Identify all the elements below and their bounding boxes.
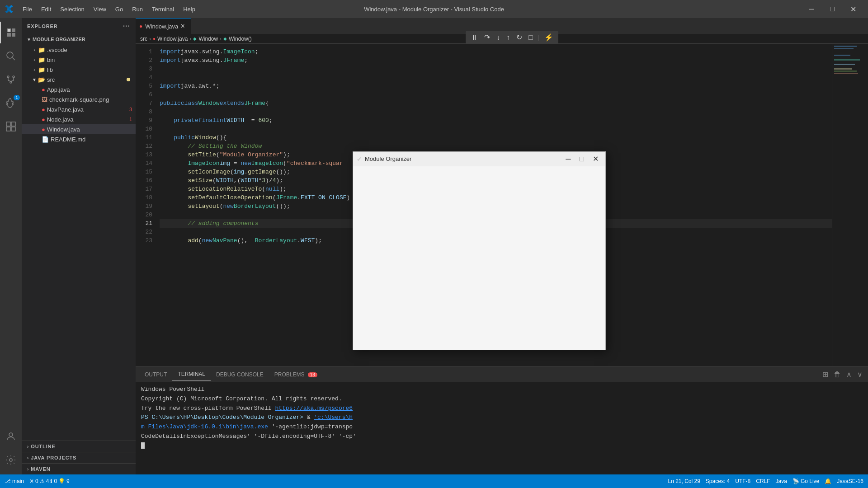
navpane-error-icon: ● bbox=[42, 106, 45, 113]
node-label: Node.java bbox=[47, 116, 74, 123]
tree-item-app[interactable]: ● App.java bbox=[22, 84, 136, 94]
terminal-panel: OUTPUT TERMINAL DEBUG CONSOLE PROBLEMS 1… bbox=[136, 366, 868, 474]
window-controls[interactable]: ─ □ ✕ bbox=[801, 0, 863, 18]
popup-minimize-button[interactable]: ─ bbox=[562, 153, 575, 165]
module-organizer-root[interactable]: ▼ MODULE ORGANIZER bbox=[22, 34, 136, 45]
menu-terminal[interactable]: Terminal bbox=[147, 4, 179, 14]
terminal-line-6: PS C:\Users\HP\Desktop\Codes\Module Orga… bbox=[141, 413, 863, 422]
explorer-label: EXPLORER bbox=[27, 23, 58, 29]
window-label: Window.java bbox=[47, 126, 80, 133]
encoding-status[interactable]: UTF-8 bbox=[735, 478, 750, 484]
maven-label: MAVEN bbox=[31, 466, 50, 472]
tree-item-bin[interactable]: › 📁 bin bbox=[22, 55, 136, 65]
bc-src[interactable]: src bbox=[140, 36, 147, 42]
tree-item-src[interactable]: ▼ 📂 src bbox=[22, 75, 136, 84]
new-file-icon[interactable]: ⋯ bbox=[123, 22, 130, 30]
split-terminal-icon[interactable]: ⊞ bbox=[821, 369, 830, 380]
eol-status[interactable]: CRLF bbox=[756, 478, 770, 484]
activity-account[interactable] bbox=[0, 426, 22, 447]
menu-selection[interactable]: Selection bbox=[56, 4, 89, 14]
lib-label: lib bbox=[47, 66, 53, 73]
activity-search[interactable] bbox=[0, 45, 22, 67]
popup-controls[interactable]: ─ □ ✕ bbox=[562, 153, 602, 165]
debug-step-out-button[interactable]: ↑ bbox=[504, 32, 512, 43]
maven-chevron-icon: › bbox=[27, 467, 29, 472]
code-line-7: public class Window extends JFrame{ bbox=[160, 99, 832, 108]
popup-maximize-button[interactable]: □ bbox=[576, 153, 588, 165]
activity-git[interactable] bbox=[0, 69, 22, 90]
activity-explorer[interactable] bbox=[0, 22, 22, 43]
tree-item-readme[interactable]: 📄 README.md bbox=[22, 134, 136, 144]
popup-titlebar: ✔ Module Organizer ─ □ ✕ bbox=[353, 152, 605, 166]
debug-stop-button[interactable]: □ bbox=[526, 32, 535, 43]
debug-hot-code-button[interactable]: ⚡ bbox=[542, 32, 556, 43]
activity-settings[interactable] bbox=[0, 449, 22, 471]
debug-restart-button[interactable]: ↻ bbox=[514, 32, 524, 43]
svg-point-14 bbox=[9, 433, 13, 436]
menu-file[interactable]: File bbox=[18, 4, 37, 14]
go-live-status[interactable]: 📡 Go Live bbox=[793, 478, 819, 484]
menu-go[interactable]: Go bbox=[111, 4, 127, 14]
java-version-label: JavaSE-16 bbox=[837, 478, 863, 484]
chevron-down-icon[interactable]: ∨ bbox=[855, 369, 864, 380]
cursor-position-status[interactable]: Ln 21, Col 29 bbox=[668, 478, 700, 484]
activity-debug[interactable]: 1 bbox=[0, 92, 22, 114]
sidebar-header: EXPLORER ⋯ bbox=[22, 18, 136, 34]
svg-line-9 bbox=[11, 80, 14, 81]
tree-item-checkmark[interactable]: 🖼 checkmark-square.png bbox=[22, 94, 136, 104]
menu-help[interactable]: Help bbox=[179, 4, 200, 14]
tree-item-navpane[interactable]: ● NavPane.java 3 bbox=[22, 104, 136, 114]
tab-window-java[interactable]: ● Window.java × bbox=[136, 18, 191, 34]
terminal-content[interactable]: Windows PowerShell Copyright (C) Microso… bbox=[136, 382, 868, 474]
output-tab[interactable]: OUTPUT bbox=[139, 369, 172, 380]
error-icon: ✕ bbox=[29, 478, 34, 484]
language-status[interactable]: Java bbox=[776, 478, 787, 484]
debug-step-into-button[interactable]: ↓ bbox=[494, 32, 502, 43]
chevron-up-icon[interactable]: ∧ bbox=[844, 369, 854, 380]
spaces-status[interactable]: Spaces: 4 bbox=[706, 478, 730, 484]
trash-icon[interactable]: 🗑 bbox=[832, 370, 843, 380]
tab-close-button[interactable]: × bbox=[178, 22, 187, 31]
bc-file[interactable]: Window.java bbox=[157, 36, 188, 42]
debug-console-tab[interactable]: DEBUG CONSOLE bbox=[211, 369, 269, 380]
bc-method[interactable]: Window() bbox=[229, 36, 252, 42]
activity-extensions[interactable] bbox=[0, 116, 22, 137]
bc-sep1: › bbox=[149, 36, 151, 42]
menu-view[interactable]: View bbox=[89, 4, 111, 14]
info-count: 0 bbox=[54, 478, 57, 484]
errors-status[interactable]: ✕ 0 ⚠ 4 ℹ 0 💡 9 bbox=[29, 478, 70, 484]
problems-tab[interactable]: PROBLEMS 13 bbox=[269, 369, 323, 380]
tree-item-lib[interactable]: › 📁 lib bbox=[22, 65, 136, 75]
git-branch-status[interactable]: ⎇ main bbox=[5, 478, 24, 484]
maximize-button[interactable]: □ bbox=[822, 0, 843, 18]
notifications-status[interactable]: 🔔 bbox=[825, 478, 831, 484]
md-icon: 📄 bbox=[42, 136, 49, 143]
debug-toolbar: ⏸ ↷ ↓ ↑ ↻ □ | ⚡ bbox=[466, 31, 558, 44]
minimize-button[interactable]: ─ bbox=[801, 0, 822, 18]
close-button[interactable]: ✕ bbox=[843, 0, 863, 18]
tree-item-node[interactable]: ● Node.java 1 bbox=[22, 114, 136, 124]
svg-point-5 bbox=[10, 81, 12, 83]
outline-chevron-icon: › bbox=[27, 444, 29, 449]
menu-run[interactable]: Run bbox=[127, 4, 147, 14]
popup-app-icon: ✔ bbox=[357, 155, 362, 163]
java-version-status[interactable]: JavaSE-16 bbox=[837, 478, 863, 484]
menu-edit[interactable]: Edit bbox=[37, 4, 56, 14]
code-line-2: import javax.swing.JFrame; bbox=[160, 56, 832, 65]
outline-section: › OUTLINE bbox=[22, 441, 136, 452]
window-title: Window.java - Module Organizer - Visual … bbox=[364, 6, 504, 13]
src-chevron-icon: ▼ bbox=[31, 77, 38, 82]
tree-item-window[interactable]: ● Window.java bbox=[22, 124, 136, 134]
java-projects-header[interactable]: › JAVA PROJECTS bbox=[22, 452, 136, 463]
outline-header[interactable]: › OUTLINE bbox=[22, 441, 136, 452]
debug-continue-button[interactable]: ⏸ bbox=[468, 32, 480, 43]
terminal-actions[interactable]: ⊞ 🗑 ∧ ∨ bbox=[821, 369, 864, 380]
debug-step-over-button[interactable]: ↷ bbox=[482, 32, 492, 43]
debug-sep: | bbox=[538, 34, 539, 41]
popup-close-button[interactable]: ✕ bbox=[589, 153, 602, 165]
maven-header[interactable]: › MAVEN bbox=[22, 464, 136, 474]
terminal-tab[interactable]: TERMINAL bbox=[172, 368, 211, 380]
sidebar-actions[interactable]: ⋯ bbox=[123, 22, 130, 30]
tree-item-vscode[interactable]: › 📁 .vscode bbox=[22, 45, 136, 55]
bc-class[interactable]: Window bbox=[198, 36, 218, 42]
